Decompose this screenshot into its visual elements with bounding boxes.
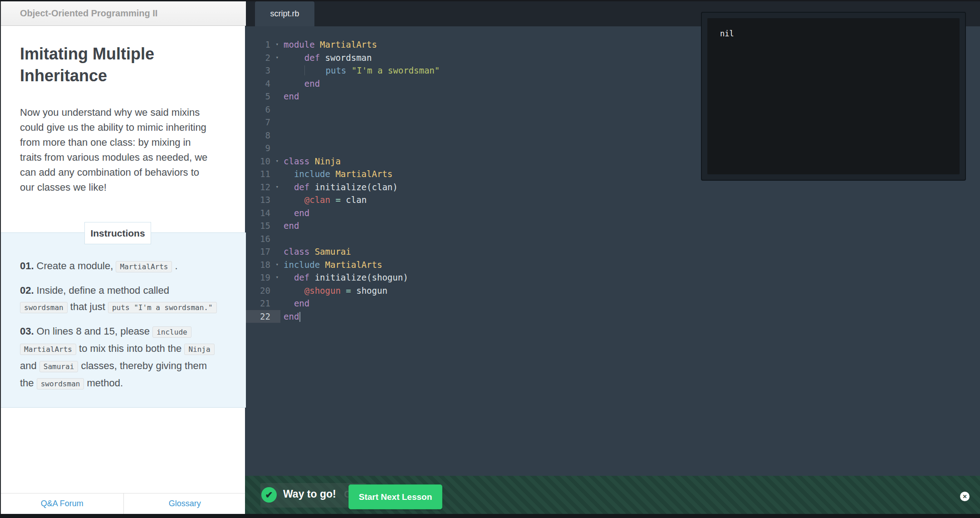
- line-number: 14: [245, 207, 280, 220]
- code-token: Samurai: [315, 247, 351, 257]
- lesson-description-line: Now you understand why we said mixins: [20, 105, 233, 120]
- instruction-text: the: [20, 377, 37, 389]
- fold-arrow-icon[interactable]: ▾: [275, 51, 279, 64]
- check-circle: ✔: [261, 487, 277, 503]
- code-token: swordsman: [325, 53, 372, 63]
- line-number: 2▾: [245, 51, 280, 64]
- code-line-text: include MartialArts: [281, 258, 382, 271]
- code-token: class: [284, 247, 309, 257]
- code-line-text: @shogun = shogun: [281, 284, 387, 297]
- code-line[interactable]: 20 @shogun = shogun: [245, 284, 980, 297]
- code-token: [351, 286, 356, 296]
- code-line-text: def initialize(clan): [281, 181, 398, 194]
- code-token: end: [284, 221, 299, 231]
- code-line-text: end: [281, 90, 299, 103]
- lesson-description: Now you understand why we said mixinscou…: [20, 105, 233, 195]
- inline-code-chip: Samurai: [39, 361, 78, 372]
- lesson-description-line: our classes we like!: [20, 180, 233, 195]
- code-token: class: [284, 156, 309, 166]
- code-line-text: end: [281, 310, 300, 323]
- code-line-text: class Ninja: [281, 155, 341, 168]
- line-number: 8: [245, 129, 280, 142]
- window-bottom-edge: [0, 514, 980, 518]
- qa-forum-link[interactable]: Q&A Forum: [1, 493, 123, 514]
- code-token: initialize(clan): [315, 182, 398, 192]
- code-token: MartialArts: [325, 260, 382, 270]
- line-number: 12▾: [245, 181, 280, 194]
- fold-arrow-icon[interactable]: ▾: [275, 271, 279, 284]
- code-token: Ninja: [315, 156, 341, 166]
- instruction-line: MartialArts to mix this into both the Ni…: [20, 340, 229, 358]
- code-token: [320, 53, 325, 63]
- tab-label: script.rb: [270, 9, 299, 19]
- course-title: Object-Oriented Programming II: [20, 8, 157, 19]
- line-number: 18▾: [245, 258, 280, 271]
- line-number: 17: [245, 245, 280, 258]
- code-token: [284, 53, 304, 63]
- instructions-label: Instructions: [90, 228, 145, 239]
- codecademy-lesson-page: Object-Oriented Programming II Imitating…: [0, 0, 980, 518]
- code-token: end: [294, 208, 309, 218]
- instruction-text: that just: [68, 301, 108, 312]
- code-line-text: include MartialArts: [281, 168, 392, 181]
- line-number: 6: [245, 103, 280, 116]
- code-token: include: [284, 260, 320, 270]
- code-token: =: [335, 195, 340, 205]
- banner-close-button[interactable]: ✕: [960, 492, 970, 501]
- instruction-line: the swordsman method.: [20, 375, 229, 392]
- lesson-description-line: traits from various modules as needed, w…: [20, 150, 233, 165]
- code-token: end: [304, 79, 320, 89]
- code-token: [284, 208, 294, 218]
- tab-script-rb[interactable]: script.rb: [255, 1, 314, 26]
- lesson-title: Imitating Multiple Inheritance: [20, 43, 211, 87]
- code-token: [309, 156, 314, 166]
- fold-arrow-icon[interactable]: ▾: [275, 258, 279, 271]
- code-line[interactable]: 13 @clan = clan: [245, 193, 980, 207]
- line-number: 3: [245, 64, 280, 77]
- code-line[interactable]: 21 end: [245, 297, 980, 310]
- code-token: [320, 260, 325, 270]
- start-next-lesson-button[interactable]: Start Next Lesson: [348, 484, 442, 509]
- fold-arrow-icon[interactable]: ▾: [275, 181, 279, 194]
- console-output-text: nil: [720, 29, 734, 38]
- instruction-number: 02.: [20, 285, 34, 296]
- code-token: [309, 182, 314, 192]
- instruction-number: 03.: [20, 326, 34, 337]
- code-token: @clan: [304, 195, 330, 205]
- code-token: MartialArts: [320, 39, 377, 49]
- code-line-text: end: [281, 297, 309, 310]
- code-line-text: end: [281, 77, 320, 90]
- code-line[interactable]: 18▾include MartialArts: [245, 258, 980, 271]
- glossary-link[interactable]: Glossary: [124, 493, 246, 514]
- instructions-section: 01.Create a module, MartialArts .02.Insi…: [1, 232, 246, 408]
- code-token: initialize(shogun): [315, 272, 408, 282]
- code-line[interactable]: 16: [245, 232, 980, 246]
- line-number: 1▾: [245, 38, 280, 51]
- code-token: def: [294, 182, 309, 192]
- code-line[interactable]: 12▾ def initialize(clan): [245, 181, 980, 194]
- success-banner: Co ✔ Way to go! Start Next Lesson ✕: [245, 476, 980, 514]
- code-token: [284, 79, 304, 89]
- fold-arrow-icon[interactable]: ▾: [275, 155, 279, 168]
- code-line-text: module MartialArts: [281, 38, 377, 51]
- inline-code-chip: MartialArts: [20, 344, 76, 355]
- fold-arrow-icon[interactable]: ▾: [275, 38, 279, 51]
- instruction-item: 02.Inside, define a method calledswordsm…: [20, 282, 229, 316]
- code-line-text: def swordsman: [281, 51, 372, 64]
- code-token: [284, 65, 304, 75]
- instruction-item: 03.On lines 8 and 15, please includeMart…: [20, 323, 229, 392]
- lesson-description-line: can add any combination of behaviors to: [20, 165, 233, 180]
- code-token: [341, 286, 346, 296]
- code-line[interactable]: 22end: [245, 310, 980, 323]
- code-line[interactable]: 17class Samurai: [245, 245, 980, 258]
- code-token: def: [304, 53, 320, 63]
- inline-code-chip: puts "I'm a swordsman.": [108, 302, 217, 313]
- code-line[interactable]: 14 end: [245, 207, 980, 220]
- code-token: end: [284, 311, 299, 321]
- code-line[interactable]: 15end: [245, 219, 980, 232]
- code-token: module: [284, 39, 315, 49]
- course-header: Object-Oriented Programming II: [1, 1, 246, 26]
- instruction-line: 01.Create a module, MartialArts .: [20, 258, 229, 275]
- code-line[interactable]: 19▾ def initialize(shogun): [245, 271, 980, 284]
- code-token: @shogun: [304, 286, 341, 296]
